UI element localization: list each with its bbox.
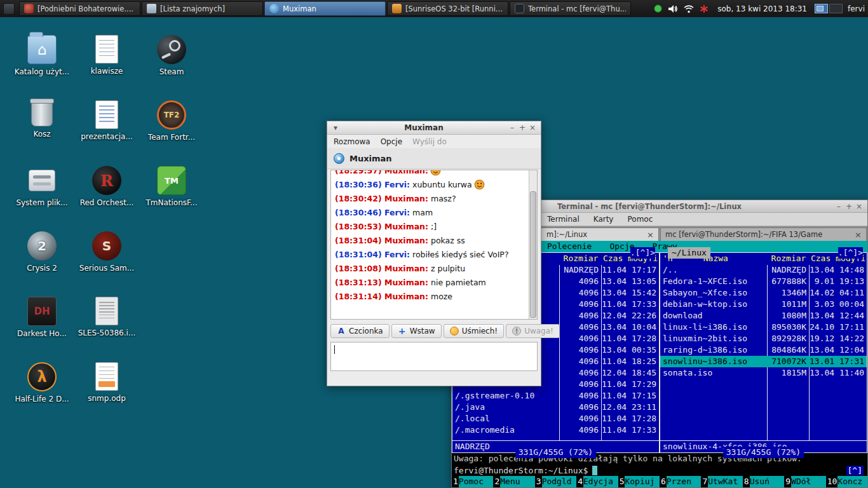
scrollbar[interactable] (529, 170, 537, 319)
file-row[interactable]: linuxmin~2bit.iso892928K19.12 14:22 (660, 333, 867, 344)
function-key[interactable]: 7UtwKat (701, 476, 742, 487)
file-row[interactable]: Fedora-1~XFCE.iso677888K9.01 19:13 (660, 276, 867, 287)
insert-button[interactable]: Wstaw (391, 324, 442, 338)
menu-opcje[interactable]: Opcje (381, 137, 402, 146)
column-header-size[interactable]: Rozmiar (560, 253, 602, 264)
desktop-icon[interactable]: Serious Sam... (75, 231, 139, 273)
desktop-icon[interactable]: Team Fortr... (140, 100, 203, 142)
file-row[interactable] (660, 424, 867, 436)
file-name: raring-d~i386.iso (660, 344, 768, 356)
file-row[interactable] (660, 402, 867, 413)
file-name (660, 424, 768, 436)
function-key[interactable]: 5Kopiuj (618, 476, 660, 487)
menu-pomoc[interactable]: Pomoc (627, 215, 653, 224)
desktop-icon-label: Team Fortr... (140, 133, 203, 142)
file-row[interactable] (660, 413, 867, 424)
close-tab-icon[interactable]: × (643, 230, 654, 240)
half-life-icon (27, 362, 57, 391)
desktop-icon[interactable]: Kosz (10, 100, 74, 139)
close-icon[interactable] (854, 201, 864, 212)
file-row[interactable]: download1080M13.04 12:44 (660, 310, 867, 322)
terminal-tab[interactable]: mc [fervi@ThunderStorm]:~/FIFA 13/Game× (660, 227, 867, 241)
function-key[interactable]: 8Usuń (743, 476, 784, 487)
workspace-pager[interactable] (815, 4, 843, 13)
panel-path-label[interactable]: ~/Linux (668, 247, 710, 259)
network-wifi-icon[interactable] (684, 4, 694, 13)
desktop-icon[interactable]: TmNationsF... (140, 166, 203, 207)
file-row[interactable] (660, 379, 867, 390)
column-header-size[interactable]: Rozmiar (768, 253, 810, 264)
chat-message: (18:30:36) Fervi: xubuntu kurwa (335, 178, 533, 192)
menu-rozmowa[interactable]: Rozmowa (334, 137, 370, 146)
function-key[interactable]: 1Pomoc (452, 476, 493, 487)
file-row[interactable]: raring-d~i386.iso804864K13.04 12:04 (660, 344, 867, 356)
function-key[interactable]: 6Przen (660, 476, 701, 487)
desktop-icon[interactable]: prezentacja... (75, 100, 139, 141)
shade-icon[interactable] (330, 123, 341, 133)
function-key[interactable]: 4Edycja (576, 476, 618, 487)
file-row[interactable]: snowlinu~i386.iso710072K13.01 17:31 (660, 356, 867, 367)
desktop-icon[interactable]: SLES-50386.i... (75, 297, 139, 337)
desktop-icon[interactable]: System plik... (10, 166, 74, 207)
minimize-icon[interactable] (834, 201, 844, 212)
file-row[interactable]: /.macromedia409611.04 17:33 (452, 424, 659, 436)
function-key[interactable]: 2Menu (493, 476, 534, 487)
chat-history[interactable]: (18:29:57) Muximan:(18:30:36) Fervi: xub… (330, 170, 538, 320)
taskbar-button[interactable]: [Lista znajomych] (142, 1, 263, 16)
taskbar-button[interactable]: [SunriseOS 32-bit [Runni... (387, 1, 508, 16)
file-row[interactable]: /..NADRZĘD13.04 14:48 (660, 264, 867, 276)
message-text: ;] (428, 222, 437, 231)
file-row[interactable]: linux-li~i386.iso895030K24.10 17:11 (660, 322, 867, 333)
desktop-icon[interactable]: Half-Life 2 D... (10, 362, 74, 403)
menu-terminal[interactable]: Terminal (547, 215, 580, 224)
maximize-icon[interactable] (517, 123, 527, 133)
file-row[interactable]: /.gstreamer-0.10409611.04 17:15 (452, 390, 659, 402)
file-row[interactable]: sonata.iso1815M13.04 11:40 (660, 367, 867, 379)
function-key[interactable]: 9WDół (784, 476, 825, 487)
close-icon[interactable] (527, 123, 538, 133)
contact-name: Muximan (349, 154, 392, 163)
file-size: 4096 (560, 287, 602, 299)
smiley-button[interactable]: Uśmiech! (444, 324, 504, 338)
file-row[interactable] (660, 390, 867, 402)
file-row[interactable]: /.java409612.04 23:11 (452, 402, 659, 413)
desktop-icon[interactable]: Katalog użyt... (10, 35, 74, 76)
menu-karty[interactable]: Karty (593, 215, 614, 224)
file-time: 11.04 17:15 (602, 390, 659, 402)
file-time: 13.04 13:05 (602, 276, 659, 287)
minimize-icon[interactable] (507, 123, 517, 133)
mc-menu-item[interactable]: Polecenie (547, 241, 592, 252)
function-key[interactable]: 10Koncz (826, 476, 867, 487)
status-online-icon[interactable] (654, 4, 662, 13)
file-row[interactable]: Sabayon_~Xfce.iso1346M14.02 04:11 (660, 287, 867, 299)
desktop-icon[interactable]: klawisze (75, 35, 139, 76)
desktop-icon[interactable]: Steam (140, 35, 203, 76)
desktop-icon[interactable]: snmp.odp (75, 362, 139, 403)
file-row[interactable]: /.local409611.04 17:28 (452, 413, 659, 424)
message-input[interactable] (330, 342, 538, 371)
odp-file-icon (95, 362, 118, 391)
function-key[interactable]: 3Podgld (535, 476, 576, 487)
scrollbar-thumb[interactable] (530, 191, 536, 318)
close-tab-icon[interactable]: × (851, 230, 862, 240)
applications-menu-icon[interactable] (3, 3, 15, 15)
taskbar-button[interactable]: Terminal - mc [fervi@Thu... (510, 1, 631, 16)
desktop-icon[interactable]: Red Orchest... (75, 166, 139, 207)
workspace-active[interactable] (815, 4, 828, 13)
chat-titlebar[interactable]: Muximan (327, 121, 541, 135)
maximize-icon[interactable] (844, 201, 854, 212)
font-button[interactable]: Czcionka (330, 324, 390, 338)
alert-snowflake-icon[interactable] (700, 4, 709, 13)
volume-icon[interactable] (668, 4, 678, 13)
message-sender: (18:29:57) Muximan: (335, 170, 428, 175)
clock[interactable]: sob, 13 kwi 2013 18:31 (717, 4, 807, 13)
taskbar-button[interactable]: Muximan (264, 1, 386, 16)
file-row[interactable]: debian-w~ktop.iso1011M3.03 00:04 (660, 299, 867, 310)
workspace-2[interactable] (829, 4, 843, 13)
file-name: download (660, 310, 768, 322)
taskbar-button[interactable]: [Podniebni Bohaterowie.... (19, 1, 140, 16)
mc-command-line[interactable]: fervi@ThunderStorm:~/Linux$ [^] (452, 464, 867, 476)
history-button[interactable]: [^] (846, 466, 864, 475)
desktop-icon[interactable]: Crysis 2 (10, 231, 74, 273)
desktop-icon[interactable]: Darkest Ho... (10, 297, 74, 338)
